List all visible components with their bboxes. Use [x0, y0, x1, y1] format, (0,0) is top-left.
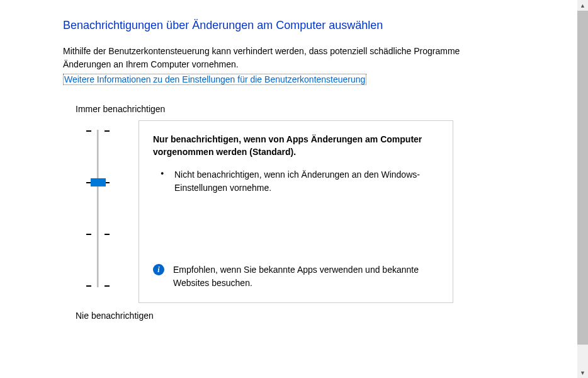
level-description-panel: Nur benachrichtigen, wenn von Apps Änder…: [139, 120, 453, 303]
slider-tick: [86, 130, 91, 132]
slider-row: Nur benachrichtigen, wenn von Apps Änder…: [76, 120, 575, 303]
scroll-down-arrow-icon[interactable]: ▼: [577, 367, 588, 378]
page-description: Mithilfe der Benutzerkontensteuerung kan…: [63, 45, 504, 71]
page-title: Benachrichtigungen über Änderungen am Co…: [63, 19, 575, 32]
recommendation-text: Empfohlen, wenn Sie bekannte Apps verwen…: [173, 263, 439, 290]
panel-heading: Nur benachrichtigen, wenn von Apps Änder…: [153, 134, 439, 158]
recommendation-row: i Empfohlen, wenn Sie bekannte Apps verw…: [153, 263, 439, 290]
slider-tick: [105, 285, 110, 287]
panel-bullet-list: Nicht benachrichtigen, wenn ich Änderung…: [153, 168, 439, 195]
slider-tick: [105, 130, 110, 132]
uac-slider-section: Immer benachrichtigen Nur benachrichtige…: [76, 104, 575, 321]
help-link[interactable]: Weitere Informationen zu den Einstellung…: [63, 74, 366, 85]
panel-bullet-item: Nicht benachrichtigen, wenn ich Änderung…: [164, 168, 439, 195]
slider-track: [97, 130, 99, 287]
slider-tick: [105, 234, 110, 235]
slider-tick: [86, 285, 91, 287]
slider-thumb[interactable]: [91, 178, 106, 186]
info-icon: i: [153, 264, 164, 275]
uac-slider[interactable]: [76, 120, 120, 297]
vertical-scrollbar[interactable]: ▲ ▼: [577, 0, 588, 378]
slider-tick: [86, 234, 91, 235]
slider-top-label: Immer benachrichtigen: [76, 104, 575, 114]
scroll-thumb[interactable]: [577, 11, 588, 345]
slider-bottom-label: Nie benachrichtigen: [76, 311, 575, 321]
scroll-up-arrow-icon[interactable]: ▲: [577, 0, 588, 11]
content-area: Benachrichtigungen über Änderungen am Co…: [0, 0, 575, 378]
